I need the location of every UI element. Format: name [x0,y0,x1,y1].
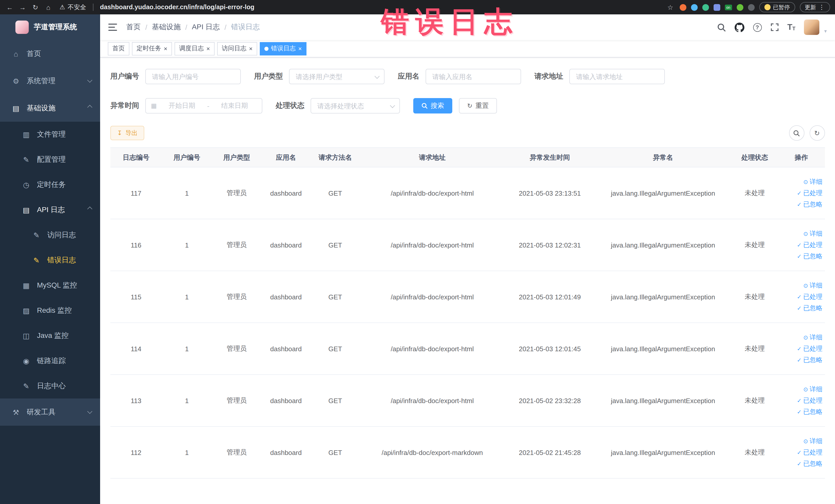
fullscreen-icon[interactable] [770,23,778,31]
user-type-select[interactable] [289,69,385,84]
date-range-picker[interactable]: ▦ 开始日期 - 结束日期 [145,98,262,114]
extension-icon[interactable] [691,4,697,11]
sidebar-item-tools[interactable]: ⚒ 研发工具 [0,399,100,426]
bookmark-star-icon[interactable]: ☆ [666,3,675,11]
sidebar-item-file[interactable]: ▥ 文件管理 [0,122,100,147]
sidebar-item-home[interactable]: ⌂ 首页 [0,40,100,67]
detail-link[interactable]: ⊙详细 [803,177,822,186]
ignored-link[interactable]: ✓已忽略 [797,252,822,261]
font-size-large: T [787,23,792,31]
ignored-link[interactable]: ✓已忽略 [797,459,822,468]
user-type-select-input[interactable] [289,69,385,84]
ignored-link[interactable]: ✓已忽略 [797,356,822,364]
breadcrumb-item[interactable]: API 日志 [192,23,220,32]
cell-exception: java.lang.IllegalArgumentException [595,375,731,426]
processed-link[interactable]: ✓已处理 [797,396,822,405]
process-status-select[interactable] [311,98,400,114]
security-chip[interactable]: ⚠ 不安全 [60,3,86,12]
app-logo[interactable]: 芋道管理系统 [0,14,100,40]
tab-access-log[interactable]: 访问日志 × [217,42,257,55]
cell-status: 未处理 [731,271,778,322]
detail-link[interactable]: ⊙详细 [803,333,822,342]
help-icon[interactable]: ? [753,23,761,32]
request-url-input[interactable] [569,69,665,84]
filter-exception-time: 异常时间 ▦ 开始日期 - 结束日期 [110,98,262,114]
extension-icon[interactable] [713,4,720,11]
sidebar-item-access-log[interactable]: ✎ 访问日志 [0,222,100,247]
detail-link[interactable]: ⊙详细 [803,229,822,238]
export-button[interactable]: ↧ 导出 [110,126,144,140]
breadcrumb-item[interactable]: 基础设施 [152,23,181,32]
tab-home[interactable]: 首页 [108,42,129,55]
detail-label: 详细 [810,229,822,238]
ignored-link[interactable]: ✓已忽略 [797,200,822,209]
sidebar-item-redis[interactable]: ▨ Redis 监控 [0,298,100,323]
close-icon[interactable]: × [249,45,252,52]
forward-icon[interactable]: → [18,3,27,11]
processed-link[interactable]: ✓已处理 [797,241,822,249]
close-icon[interactable]: × [206,45,210,52]
check-icon: ✓ [797,202,802,207]
avatar[interactable] [804,20,820,35]
github-icon[interactable] [734,22,744,32]
tab-job-log[interactable]: 调度日志 × [175,42,215,55]
detail-link[interactable]: ⊙详细 [803,281,822,290]
paused-chip[interactable]: 已暂停 [759,2,795,12]
reset-button[interactable]: ↻ 重置 [459,98,497,114]
extension-icon[interactable] [748,4,754,11]
cell-actions: ⊙详细 ✓已处理 ✓已忽略 [778,167,824,219]
sidebar-item-log-center[interactable]: ✎ 日志中心 [0,373,100,399]
app-name-input[interactable] [426,69,521,84]
detail-link[interactable]: ⊙详细 [803,437,822,445]
sidebar-item-cron[interactable]: ◷ 定时任务 [0,172,100,197]
sidebar-item-trace[interactable]: ◉ 链路追踪 [0,348,100,373]
cell-time: 2021-05-03 23:13:51 [505,167,595,219]
processed-link[interactable]: ✓已处理 [797,448,822,457]
cell-exception: java.lang.IllegalArgumentException [595,427,731,478]
font-size-icon[interactable]: TT [787,23,795,31]
view-icon: ⊙ [803,179,808,185]
chevron-down-icon [87,409,93,414]
ignored-link[interactable]: ✓已忽略 [797,407,822,416]
extension-icon[interactable] [702,4,709,11]
url-bar[interactable]: dashboard.yudao.iocoder.cn/infra/log/api… [100,4,662,11]
back-icon[interactable]: ← [5,3,14,11]
sidebar-item-java[interactable]: ◫ Java 监控 [0,323,100,348]
update-button[interactable]: 更新 ⋮ [799,2,830,12]
search-button[interactable]: 搜索 [413,98,452,114]
browser-home-icon[interactable]: ⌂ [44,3,53,11]
extension-on-badge[interactable]: on [725,4,732,10]
process-status-select-input[interactable] [311,98,400,114]
sidebar-item-label: Java 监控 [37,331,68,340]
detail-link[interactable]: ⊙详细 [803,385,822,394]
toggle-search-button[interactable] [789,125,804,141]
extension-icon[interactable] [736,4,743,11]
refresh-table-button[interactable]: ↻ [809,125,825,141]
sidebar-item-api-log[interactable]: ▤ API 日志 [0,197,100,222]
extension-icon[interactable] [679,4,686,11]
sidebar-collapse-icon[interactable] [108,24,117,31]
processed-link[interactable]: ✓已处理 [797,189,822,198]
user-id-input[interactable] [145,69,241,84]
breadcrumb-item[interactable]: 首页 [126,23,141,32]
reload-icon[interactable]: ↻ [31,3,40,11]
search-icon[interactable] [717,23,726,32]
caret-down-icon[interactable]: ▾ [824,28,827,35]
close-icon[interactable]: × [164,45,167,52]
cell-log-id: 117 [110,167,162,219]
sidebar-item-error-log[interactable]: ✎ 错误日志 [0,247,100,273]
processed-link[interactable]: ✓已处理 [797,293,822,301]
cell-url: /api/infra/db-doc/export-html [360,219,505,270]
sidebar-item-infra[interactable]: ▤ 基础设施 [0,95,100,122]
processed-link[interactable]: ✓已处理 [797,344,822,353]
cell-app-name: dashboard [261,219,311,270]
sidebar-item-config[interactable]: ✎ 配置管理 [0,147,100,172]
sidebar-item-mysql[interactable]: ▦ MySQL 监控 [0,273,100,298]
tab-cron[interactable]: 定时任务 × [132,42,172,55]
ignored-link[interactable]: ✓已忽略 [797,304,822,313]
sidebar-item-system[interactable]: ⚙ 系统管理 [0,67,100,95]
close-icon[interactable]: × [298,45,302,52]
tab-error-log[interactable]: 错误日志 × [260,42,306,55]
table-row: 115 1 管理员 dashboard GET /api/infra/db-do… [110,271,825,323]
gear-icon: ⚙ [11,77,21,85]
